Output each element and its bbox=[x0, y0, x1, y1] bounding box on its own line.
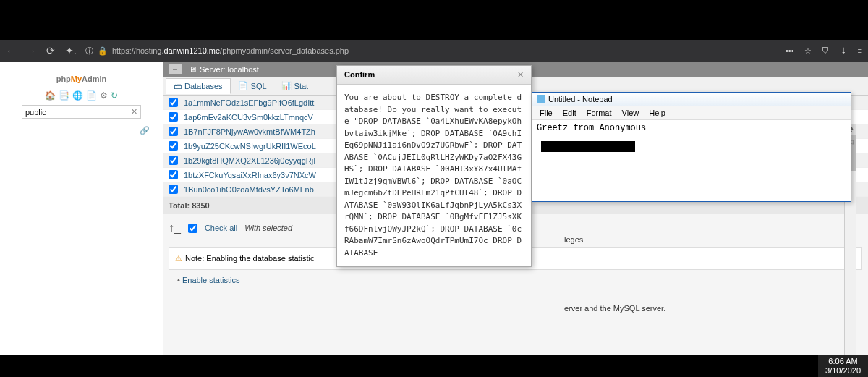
dialog-title: Confirm bbox=[344, 70, 375, 80]
menu-view[interactable]: View bbox=[618, 108, 644, 118]
bookmark-icon[interactable]: ☆ bbox=[804, 46, 812, 56]
home-icon[interactable]: 🏠 bbox=[45, 90, 56, 101]
tab-status[interactable]: 📊Stat bbox=[274, 78, 316, 93]
sidebar: phpMyAdmin 🏠 📑 🌐 📄 ⚙ ↻ ✕ 🔗 bbox=[0, 62, 163, 358]
clear-search-icon[interactable]: ✕ bbox=[131, 107, 137, 117]
notepad-menu: File Edit Format View Help bbox=[532, 106, 851, 120]
db-link[interactable]: 1Bun0co1ihO0zoaMfdvsYZTo6MFnb bbox=[184, 185, 314, 194]
refresh-icon[interactable]: ↻ bbox=[111, 90, 118, 101]
logout-icon[interactable]: 📑 bbox=[59, 90, 69, 101]
hidden-text: erver and the MySQL server. bbox=[564, 304, 665, 313]
db-link[interactable]: 1btzXFCkuYqsaiXxRInax6y3v7NXcW bbox=[184, 171, 316, 179]
db-checkbox[interactable] bbox=[169, 141, 178, 151]
system-clock[interactable]: 6:06 AM 3/10/2020 bbox=[818, 355, 868, 377]
notepad-body[interactable]: Greetz from Anonymous bbox=[532, 120, 851, 136]
db-checkbox[interactable] bbox=[169, 185, 178, 194]
db-link[interactable]: 1b9yuZ25CKcwNSIwgrUkRII1WEcoL bbox=[184, 142, 316, 151]
db-link[interactable]: 1B7nFJF8PNjywAw0vkmtBfWM4TZh bbox=[184, 127, 315, 136]
db-link[interactable]: 1b29kgt8HQMXQ2XL1236j0eyyqgRjI bbox=[184, 156, 315, 165]
forward-icon[interactable]: → bbox=[26, 45, 36, 56]
database-icon: 🗃 bbox=[174, 82, 182, 90]
world-icon[interactable]: 🌐 bbox=[72, 90, 83, 101]
tab-sql[interactable]: 📄SQL bbox=[231, 78, 274, 93]
docs-icon[interactable]: 📄 bbox=[86, 90, 97, 101]
warning-icon: ⚠ bbox=[175, 254, 182, 263]
status-icon: 📊 bbox=[281, 81, 292, 90]
browser-toolbar: ← → ⟳ ✦. ⓘ 🔒 https://hosting.danwin1210.… bbox=[0, 40, 868, 62]
db-checkbox[interactable] bbox=[169, 98, 178, 107]
db-link[interactable]: 1ap6mEv2aKCU3vSm0kkzLTmnqcV bbox=[184, 113, 313, 122]
shield-icon[interactable]: ⛉ bbox=[822, 46, 830, 55]
enable-statistics-link[interactable]: Enable statistics bbox=[177, 276, 854, 284]
up-arrow-icon: ↑_ bbox=[169, 221, 181, 234]
sidebar-toolbar: 🏠 📑 🌐 📄 ⚙ ↻ bbox=[0, 90, 163, 101]
link-icon[interactable]: 🔗 bbox=[0, 123, 163, 138]
url-bar[interactable]: ⓘ 🔒 https://hosting.danwin1210.me/phpmya… bbox=[85, 46, 777, 56]
notepad-title: Untitled - Notepad bbox=[548, 95, 613, 103]
back-icon[interactable]: ← bbox=[6, 45, 16, 56]
db-link[interactable]: 1a1mmNeFOdz1sEFbg9PIfO6fLgdItt bbox=[184, 98, 314, 107]
menu-edit[interactable]: Edit bbox=[558, 108, 581, 118]
more-icon[interactable]: ••• bbox=[786, 46, 794, 55]
dialog-titlebar[interactable]: Confirm ✕ bbox=[337, 66, 531, 85]
url-text: https://hosting.danwin1210.me/phpmyadmin… bbox=[112, 46, 349, 55]
db-checkbox[interactable] bbox=[169, 112, 178, 122]
server-icon: 🖥 bbox=[189, 65, 197, 74]
extension-icon[interactable]: ✦. bbox=[65, 45, 77, 56]
sql-icon: 📄 bbox=[238, 81, 248, 90]
with-selected-label: With selected bbox=[244, 224, 292, 232]
info-icon[interactable]: ⓘ bbox=[85, 46, 93, 56]
reload-icon[interactable]: ⟳ bbox=[46, 45, 55, 56]
download-icon[interactable]: ⭳ bbox=[840, 46, 848, 55]
db-checkbox[interactable] bbox=[169, 156, 178, 165]
taskbar: 6:06 AM 3/10/2020 bbox=[818, 355, 868, 377]
db-search-input[interactable] bbox=[25, 108, 131, 117]
checkall-link[interactable]: Check all bbox=[205, 224, 237, 232]
confirm-dialog: Confirm ✕ You are about to DESTROY a com… bbox=[336, 65, 532, 267]
db-checkbox[interactable] bbox=[169, 170, 178, 179]
dialog-body: You are about to DESTROY a complete data… bbox=[337, 85, 531, 266]
menu-icon[interactable]: ≡ bbox=[858, 46, 862, 55]
collapse-icon[interactable]: ← bbox=[169, 64, 182, 74]
phpmyadmin-logo: phpMyAdmin bbox=[0, 67, 163, 86]
menu-format[interactable]: Format bbox=[582, 108, 616, 118]
redaction bbox=[541, 141, 635, 152]
menu-file[interactable]: File bbox=[535, 108, 557, 118]
tab-databases[interactable]: 🗃Databases bbox=[166, 78, 231, 94]
hidden-text: leges bbox=[564, 235, 583, 244]
dialog-close-icon[interactable]: ✕ bbox=[517, 70, 524, 80]
notepad-icon bbox=[537, 95, 545, 103]
menu-help[interactable]: Help bbox=[644, 108, 670, 118]
settings-icon[interactable]: ⚙ bbox=[100, 90, 108, 101]
db-checkbox[interactable] bbox=[169, 127, 178, 136]
lock-icon: 🔒 bbox=[98, 46, 108, 56]
db-search[interactable]: ✕ bbox=[22, 105, 141, 119]
checkall-checkbox[interactable] bbox=[188, 224, 197, 233]
server-label: Server: localhost bbox=[200, 65, 259, 74]
notepad-titlebar[interactable]: Untitled - Notepad bbox=[532, 93, 851, 106]
